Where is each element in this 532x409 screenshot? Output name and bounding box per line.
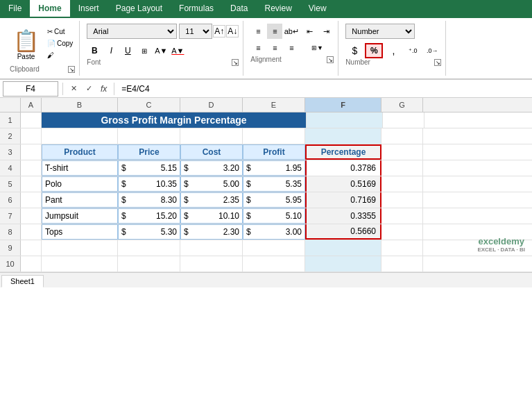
cell-e10[interactable] [243,256,305,272]
cell-f4[interactable]: 0.3786 [305,160,381,176]
cell-c7[interactable]: $ 15.20 [118,208,180,224]
tab-formulas[interactable]: Formulas [171,0,222,18]
cell-b2[interactable] [42,128,118,144]
cut-button[interactable]: ✂ Cut [45,26,75,37]
cell-f6[interactable]: 0.7169 [305,192,381,208]
cell-g5[interactable] [381,176,423,192]
cell-f10[interactable] [305,256,381,272]
cell-a8[interactable] [21,224,42,240]
col-header-g[interactable]: G [381,98,423,112]
font-color-button[interactable]: A▼ [170,43,185,58]
col-header-e[interactable]: E [243,98,305,112]
tab-page-layout[interactable]: Page Layout [108,0,171,18]
cell-g6[interactable] [381,192,423,208]
align-top-left-button[interactable]: ≡ [250,24,266,39]
font-size-select[interactable]: 11 [179,24,212,39]
cell-f5[interactable]: 0.5169 [305,176,381,192]
decimal-decrease-button[interactable]: .0→ [423,43,441,58]
cell-f8[interactable]: 0.5660 [305,224,381,240]
cell-g7[interactable] [381,208,423,224]
align-top-center-button[interactable]: ≡ [267,24,282,39]
col-header-d[interactable]: D [180,98,243,112]
cell-c5[interactable]: $ 10.35 [118,176,180,192]
cell-d6[interactable]: $ 2.35 [180,192,243,208]
cancel-formula-button[interactable]: ✕ [67,83,80,95]
cell-title[interactable]: Gross Profit Margin Percentage [42,112,307,128]
cell-c2[interactable] [118,128,180,144]
tab-insert[interactable]: Insert [70,0,108,18]
cell-f3-header[interactable]: Percentage [305,144,381,160]
cell-d9[interactable] [180,240,243,256]
name-box[interactable] [3,81,58,97]
cell-a7[interactable] [21,208,42,224]
cell-d10[interactable] [180,256,243,272]
tab-data[interactable]: Data [222,0,256,18]
align-mid-right-button[interactable]: ≡ [284,40,299,56]
cell-e6[interactable]: $ 5.95 [243,192,305,208]
cell-d8[interactable]: $ 2.30 [180,224,243,240]
cell-g8[interactable] [381,224,423,240]
font-size-decrease-button[interactable]: A↓ [226,25,239,37]
underline-button[interactable]: U [120,43,135,58]
cell-c8[interactable]: $ 5.30 [118,224,180,240]
col-header-a[interactable]: A [21,98,42,112]
cell-d4[interactable]: $ 3.20 [180,160,243,176]
cell-b6[interactable]: Pant [42,192,118,208]
merge-button[interactable]: ⊞▼ [302,40,332,56]
cell-f1[interactable] [307,112,383,128]
cell-b7[interactable]: Jumpsuit [42,208,118,224]
tab-review[interactable]: Review [256,0,300,18]
formula-input[interactable] [119,81,529,97]
cell-b10[interactable] [42,256,118,272]
sheet-tab-1[interactable]: Sheet1 [1,275,44,287]
borders-button[interactable]: ⊞ [137,43,152,58]
cell-b9[interactable] [42,240,118,256]
cell-e8[interactable]: $ 3.00 [243,224,305,240]
font-size-increase-button[interactable]: A↑ [213,25,225,37]
decimal-increase-button[interactable]: ⁺.0 [404,43,422,58]
copy-button[interactable]: 📄 Copy [45,38,75,49]
cell-b3-header[interactable]: Product [42,144,118,160]
cell-c6[interactable]: $ 8.30 [118,192,180,208]
align-top-right-button[interactable]: ab↵ [284,24,299,39]
cell-a1[interactable] [21,112,42,128]
tab-home[interactable]: Home [30,0,69,18]
cell-b8[interactable]: Tops [42,224,118,240]
cell-g9[interactable] [381,240,423,256]
cell-c3-header[interactable]: Price [118,144,180,160]
number-expander[interactable]: ↘ [434,59,441,66]
col-header-b[interactable]: B [42,98,118,112]
cell-d2[interactable] [180,128,243,144]
cell-c9[interactable] [118,240,180,256]
cell-b4[interactable]: T-shirt [42,160,118,176]
cell-g10[interactable] [381,256,423,272]
cell-c4[interactable]: $ 5.15 [118,160,180,176]
cell-g1[interactable] [383,112,424,128]
fill-color-button[interactable]: A▼ [153,43,169,58]
bold-button[interactable]: B [87,43,102,58]
col-header-c[interactable]: C [118,98,180,112]
cell-f9[interactable] [305,240,381,256]
cell-b5[interactable]: Polo [42,176,118,192]
cell-e5[interactable]: $ 5.35 [243,176,305,192]
cell-d5[interactable]: $ 5.00 [180,176,243,192]
col-header-f[interactable]: F [305,98,381,112]
cell-a6[interactable] [21,192,42,208]
cell-f2[interactable] [305,128,381,144]
clipboard-expander[interactable]: ↘ [68,66,75,73]
font-name-select[interactable]: Arial [87,24,177,39]
align-mid-left-button[interactable]: ≡ [250,40,266,56]
indent-decrease-button[interactable]: ⇤ [302,24,317,39]
format-painter-button[interactable]: 🖌 [45,50,75,60]
cell-e3-header[interactable]: Profit [243,144,305,160]
italic-button[interactable]: I [103,43,119,58]
cell-f7[interactable]: 0.3355 [305,208,381,224]
cell-e2[interactable] [243,128,305,144]
cell-a4[interactable] [21,160,42,176]
font-expander[interactable]: ↘ [232,59,239,66]
paste-button[interactable]: 📋 Paste [10,26,42,62]
cell-c10[interactable] [118,256,180,272]
cell-d7[interactable]: $ 10.10 [180,208,243,224]
cell-g4[interactable] [381,160,423,176]
cell-a9[interactable] [21,240,42,256]
